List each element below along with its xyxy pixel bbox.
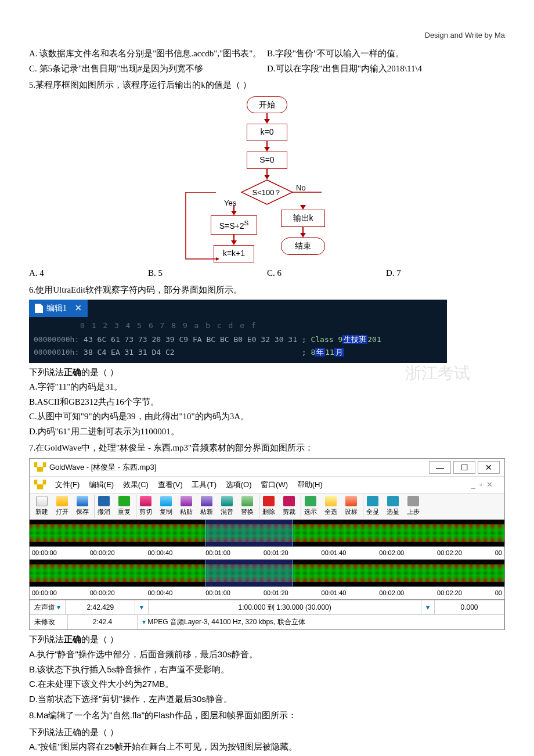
menu-win[interactable]: 窗口(W)	[261, 480, 288, 489]
trim-icon	[283, 496, 295, 506]
tb-del[interactable]: 删除	[259, 495, 279, 519]
tb-redo[interactable]: 重复	[114, 495, 134, 519]
ue-ruler: 0 1 2 3 4 5 6 7 8 9 a b c d e f	[29, 317, 447, 333]
replace-icon	[241, 496, 253, 506]
opt-d: D.可以在字段"出售日期"内输入2018\11\4	[267, 62, 505, 77]
tb-cut[interactable]: 剪切	[136, 495, 156, 519]
flowchart: 开始 k=0 S=0 S<100？ No Yes S=S+2S k=k+1 输出…	[186, 96, 348, 263]
menu-file[interactable]: 文件(F)	[55, 480, 80, 489]
q7-b: B.该状态下执行插入5s静音操作，右声道不受影响。	[29, 662, 505, 677]
tb-open[interactable]: 打开	[52, 495, 72, 519]
paste-new-icon	[201, 496, 212, 506]
opt-c: C. 第5条记录"出售日期"出现#是因为列宽不够	[29, 62, 267, 77]
tb-trim[interactable]: 剪裁	[279, 495, 299, 519]
q8-lead: 下列说法正确的是（ ）	[29, 725, 505, 740]
svg-marker-2	[216, 257, 219, 261]
new-icon	[36, 496, 48, 506]
tb-save[interactable]: 保存	[73, 495, 92, 519]
tb-zf[interactable]: 全显	[363, 495, 383, 519]
marker-icon	[345, 496, 357, 506]
delete-icon	[263, 496, 275, 506]
tb-rep[interactable]: 替换	[237, 495, 257, 519]
mix-icon	[221, 496, 233, 506]
zoom-full-icon	[367, 496, 378, 506]
goldwave-window: ▚▞ GoldWave - [林俊呈 - 东西.mp3] — ☐ ✕ ▚▞ 文件…	[29, 458, 505, 630]
q8-b: B."白云"图层第23帧关键帧是由22帧复制而来，在23帧执行清除关键帧，23帧…	[29, 754, 505, 756]
fc-s0: S=0	[247, 152, 287, 169]
tb-paste[interactable]: 粘贴	[176, 495, 196, 519]
fc-cond: S<100？	[241, 179, 293, 205]
tb-all[interactable]: 全选	[321, 495, 341, 519]
q5-a: A. 4	[29, 266, 148, 281]
q6-d: D.内码"61"用二进制可表示为1100001。	[29, 424, 505, 440]
gw-title-text: GoldWave - [林俊呈 - 东西.mp3]	[49, 461, 156, 474]
q4-options: A. 该数据库文件名和表名分别是"图书信息.accdb","图书表"。 B.字段…	[29, 46, 505, 62]
q7-c: C.在未处理下该文件大小约为27MB。	[29, 676, 505, 692]
tb-mark[interactable]: 设标	[341, 495, 361, 519]
menu-opt[interactable]: 选项(O)	[226, 480, 252, 489]
fc-start: 开始	[247, 96, 287, 114]
ultraedit-window: 编辑1✕ 0 1 2 3 4 5 6 7 8 9 a b c d e f 000…	[29, 300, 447, 362]
gw-menubar: ▚▞ 文件(F) 编辑(E) 效果(C) 查看(V) 工具(T) 选项(O) 窗…	[30, 477, 504, 494]
fc-out: 输出k	[281, 210, 325, 227]
q7-lead: 下列说法正确的是（ ）	[29, 632, 505, 647]
tb-zs[interactable]: 选显	[383, 495, 403, 519]
fc-end: 结束	[281, 237, 325, 255]
q8-a: A."按钮"图层内容在25帧开始在舞台上不可见，因为按钮图层被隐藏。	[29, 739, 505, 754]
q5-c: C. 6	[267, 266, 386, 281]
tb-pnew[interactable]: 粘新	[197, 495, 217, 519]
q7-stem: 7.在GoldWave中，处理"林俊呈 - 东西.mp3"音频素材的部分界面如图…	[29, 441, 505, 456]
tb-zp[interactable]: 上步	[403, 495, 423, 519]
gw-status-1: 左声道 ▾ 2:42.429 ▾ 1:00.000 到 1:30.000 (30…	[30, 600, 504, 614]
cut-icon	[140, 496, 151, 506]
watermark: 浙江考试	[405, 359, 470, 387]
q7-a: A.执行"静音"操作选中部分，后面音频前移，最后30s静音。	[29, 647, 505, 662]
q4-options-2: C. 第5条记录"出售日期"出现#是因为列宽不够 D.可以在字段"出售日期"内输…	[29, 62, 505, 77]
gw-titlebar: ▚▞ GoldWave - [林俊呈 - 东西.mp3] — ☐ ✕	[30, 459, 504, 477]
waveform-right[interactable]	[30, 560, 504, 586]
select-view-icon	[305, 496, 316, 506]
open-icon	[56, 496, 68, 506]
maximize-button[interactable]: ☐	[453, 461, 475, 474]
tb-mix[interactable]: 混音	[217, 495, 237, 519]
menu-help[interactable]: 帮助(H)	[297, 480, 323, 489]
ue-line-2: 00000010h: 38 C4 EA 31 31 D4 C2 ; 8年11月	[29, 346, 447, 359]
paste-icon	[181, 496, 192, 506]
opt-b: B.字段"售价"不可以输入一样的值。	[267, 46, 505, 62]
q6-stem: 6.使用UltraEdit软件观察字符内码，部分界面如图所示。	[29, 283, 505, 298]
tb-copy[interactable]: 复制	[156, 495, 176, 519]
file-icon	[35, 304, 43, 313]
ue-tab[interactable]: 编辑1✕	[29, 300, 88, 317]
q5-stem: 5.某程序框图如图所示，该程序运行后输出的k的值是（ ）	[29, 78, 505, 93]
close-button[interactable]: ✕	[478, 461, 500, 474]
tb-sel[interactable]: 选示	[301, 495, 320, 519]
goldwave-icon: ▚▞	[34, 480, 46, 489]
gw-toolbar: 新建 打开 保存 撤消 重复 剪切 复制 粘贴 粘新 混音 替换 删除 剪裁 选…	[30, 494, 504, 520]
tb-undo[interactable]: 撤消	[94, 495, 114, 519]
menu-view[interactable]: 查看(V)	[158, 480, 183, 489]
select-all-icon	[325, 496, 337, 506]
tb-new[interactable]: 新建	[32, 495, 52, 519]
close-icon[interactable]: ✕	[75, 301, 82, 315]
menu-edit[interactable]: 编辑(E)	[89, 480, 114, 489]
save-icon	[77, 496, 88, 506]
goldwave-icon: ▚▞	[34, 461, 46, 474]
timeline-2: 00:00:0000:00:2000:00:4000:01:0000:01:20…	[30, 586, 504, 600]
menu-fx[interactable]: 效果(C)	[123, 480, 149, 489]
q6-b: B.ASCII和GB2312共占16个字节。	[29, 395, 505, 410]
page-header: Design and Write by Ma	[29, 29, 505, 42]
minimize-button[interactable]: —	[429, 461, 451, 474]
q5-b: B. 5	[148, 266, 267, 281]
q8-stem: 8.Ma编辑了一个名为"自然.fla"的Flash作品，图层和帧界面如图所示：	[29, 708, 505, 723]
zoom-sel-icon	[387, 496, 399, 506]
opt-a: A. 该数据库文件名和表名分别是"图书信息.accdb","图书表"。	[29, 46, 267, 62]
q7-d: D.当前状态下选择"剪切"操作，左声道最后30s静音。	[29, 692, 505, 707]
menu-tool[interactable]: 工具(T)	[192, 480, 217, 489]
redo-icon	[118, 496, 130, 506]
fc-k0: k=0	[247, 124, 287, 141]
timeline-1: 00:00:0000:00:2000:00:4000:01:0000:01:20…	[30, 546, 504, 560]
q6-c: C.从图中可知"9"的内码是39，由此得出"10"的内码为3A。	[29, 409, 505, 424]
q5-d: D. 7	[386, 266, 505, 281]
waveform-left[interactable]	[30, 520, 504, 546]
zoom-prev-icon	[407, 496, 419, 506]
